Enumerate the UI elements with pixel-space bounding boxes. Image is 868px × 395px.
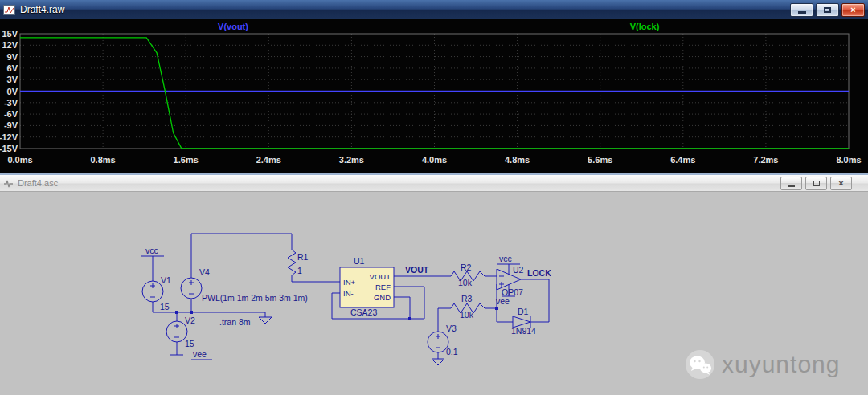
watermark: xuyuntong bbox=[685, 349, 840, 380]
svg-text:IN+: IN+ bbox=[343, 278, 356, 287]
svg-text:R3: R3 bbox=[461, 294, 473, 303]
svg-text:15: 15 bbox=[185, 339, 194, 348]
minimize-icon bbox=[798, 11, 806, 14]
window-title: Draft4.raw bbox=[20, 4, 64, 15]
ground-symbol[interactable] bbox=[259, 312, 272, 324]
x-tick-label: 1.6ms bbox=[174, 155, 199, 165]
svg-text:R2: R2 bbox=[461, 263, 472, 272]
svg-text:D1: D1 bbox=[518, 307, 529, 316]
u2-opamp[interactable]: U2 OP07 bbox=[497, 265, 524, 297]
svg-text:10k: 10k bbox=[458, 278, 473, 287]
y-tick-label: -9V bbox=[4, 120, 18, 130]
svg-text:U2: U2 bbox=[513, 265, 524, 275]
y-tick-label: 9V bbox=[7, 52, 18, 62]
schematic-canvas[interactable]: V1 15 vcc V4 PWL(1m 1m 2m 5m 3m 1m) bbox=[0, 192, 868, 395]
svg-text:PWL(1m 1m 2m 5m 3m 1m): PWL(1m 1m 2m 5m 3m 1m) bbox=[202, 293, 308, 303]
waveform-plot[interactable]: V(vout) V(lock) 0.0ms0.8ms1.6ms2.4ms3.2m… bbox=[0, 19, 868, 173]
x-tick-label: 2.4ms bbox=[256, 155, 281, 165]
svg-text:CSA23: CSA23 bbox=[350, 307, 377, 317]
svg-text:15: 15 bbox=[160, 302, 170, 312]
svg-text:V4: V4 bbox=[199, 267, 210, 277]
r1-resistor[interactable]: R1 1 bbox=[288, 250, 309, 275]
svg-text:10k: 10k bbox=[460, 310, 474, 320]
svg-text:1: 1 bbox=[297, 266, 302, 275]
window-title: Draft4.asc bbox=[18, 178, 58, 188]
x-tick-label: 8.0ms bbox=[836, 155, 861, 165]
desktop: Draft4.raw × V(vout) V(lock) 0.0ms0.8ms1… bbox=[0, 0, 868, 395]
vout-net-label[interactable]: VOUT bbox=[405, 265, 429, 275]
y-tick-label: 12V bbox=[2, 40, 18, 50]
spice-directive[interactable]: .tran 8m bbox=[219, 317, 251, 327]
waveform-titlebar[interactable]: Draft4.raw × bbox=[0, 0, 868, 19]
maximize-icon bbox=[824, 7, 831, 13]
wechat-icon bbox=[685, 349, 715, 380]
d1-diode[interactable]: D1 1N914 bbox=[511, 307, 536, 336]
close-icon: × bbox=[838, 179, 843, 188]
schematic-window: Draft4.asc × bbox=[0, 175, 868, 395]
y-tick-label: 6V bbox=[7, 63, 18, 73]
vee-net-flag[interactable]: vee bbox=[496, 296, 510, 306]
trace-label-vout[interactable]: V(vout) bbox=[218, 22, 248, 31]
trace-label-vlock[interactable]: V(lock) bbox=[630, 22, 660, 31]
svg-text:R1: R1 bbox=[297, 252, 309, 262]
svg-text:VOUT: VOUT bbox=[370, 272, 391, 281]
y-tick-label: 0V bbox=[7, 87, 18, 96]
y-tick-label: -6V bbox=[4, 109, 18, 119]
svg-text:IN-: IN- bbox=[343, 289, 354, 298]
waveform-window: Draft4.raw × V(vout) V(lock) 0.0ms0.8ms1… bbox=[0, 0, 868, 175]
v3-voltage-source[interactable]: V3 0.1 bbox=[428, 324, 458, 356]
y-tick-label: -15V bbox=[0, 144, 18, 153]
r2-resistor[interactable]: R2 10k bbox=[447, 263, 490, 287]
schematic-document-icon bbox=[3, 178, 14, 189]
v2-voltage-source[interactable]: V2 15 bbox=[166, 316, 195, 348]
svg-text:REF: REF bbox=[375, 283, 391, 291]
svg-text:0.1: 0.1 bbox=[446, 347, 458, 356]
vcc-net-flag[interactable]: vcc bbox=[145, 246, 158, 255]
svg-text:GND: GND bbox=[374, 293, 391, 302]
svg-text:V2: V2 bbox=[185, 316, 195, 325]
r3-resistor[interactable]: R3 10k bbox=[447, 294, 490, 320]
maximize-button[interactable] bbox=[805, 177, 827, 190]
vcc-net-flag[interactable]: vcc bbox=[499, 254, 512, 263]
close-button[interactable]: × bbox=[841, 3, 865, 17]
waveform-plot-pane[interactable]: V(vout) V(lock) 0.0ms0.8ms1.6ms2.4ms3.2m… bbox=[0, 19, 868, 175]
svg-text:1N914: 1N914 bbox=[511, 326, 536, 336]
svg-text:U1: U1 bbox=[354, 256, 365, 266]
y-tick-label: -12V bbox=[0, 132, 18, 142]
trace-V(lock)[interactable] bbox=[20, 38, 849, 149]
y-tick-label: 3V bbox=[7, 75, 18, 84]
minimize-button[interactable] bbox=[790, 3, 813, 17]
svg-text:V1: V1 bbox=[161, 275, 171, 285]
waveform-document-icon bbox=[3, 5, 15, 15]
close-button[interactable]: × bbox=[830, 177, 852, 190]
x-tick-label: 3.2ms bbox=[339, 155, 364, 165]
plot-grid-and-traces: 0.0ms0.8ms1.6ms2.4ms3.2ms4.0ms4.8ms5.6ms… bbox=[0, 29, 862, 165]
x-tick-label: 5.6ms bbox=[588, 155, 612, 165]
x-tick-label: 6.4ms bbox=[670, 155, 695, 165]
schematic-titlebar[interactable]: Draft4.asc × bbox=[0, 175, 868, 192]
maximize-button[interactable] bbox=[816, 3, 839, 17]
minimize-icon bbox=[788, 185, 795, 187]
lock-net-label[interactable]: LOCK bbox=[527, 268, 551, 278]
v4-pwl-source[interactable]: V4 PWL(1m 1m 2m 5m 3m 1m) bbox=[181, 267, 308, 303]
watermark-text: xuyuntong bbox=[722, 351, 840, 378]
vee-net-flag[interactable]: vee bbox=[193, 349, 207, 359]
y-tick-label: 15V bbox=[2, 29, 18, 39]
ground-symbol[interactable] bbox=[432, 359, 444, 365]
u1-csa23-block[interactable]: U1 IN+ IN- VOUT REF GND CSA23 bbox=[340, 256, 394, 317]
minimize-button[interactable] bbox=[780, 177, 802, 190]
maximize-icon bbox=[813, 181, 820, 186]
close-icon: × bbox=[850, 6, 855, 14]
x-tick-label: 0.0ms bbox=[7, 155, 32, 165]
x-tick-label: 4.8ms bbox=[505, 155, 530, 165]
svg-text:V3: V3 bbox=[446, 324, 457, 333]
y-tick-label: -3V bbox=[4, 98, 18, 108]
x-tick-label: 7.2ms bbox=[753, 155, 778, 165]
v1-voltage-source[interactable]: V1 15 bbox=[142, 275, 171, 312]
x-tick-label: 4.0ms bbox=[422, 155, 447, 165]
x-tick-label: 0.8ms bbox=[90, 155, 115, 165]
